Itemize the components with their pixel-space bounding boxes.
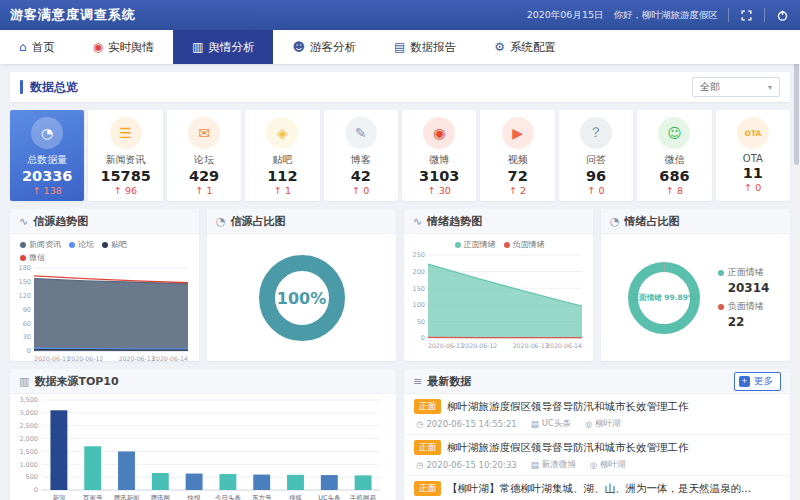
header-date: 2020年06月15日 xyxy=(527,9,604,22)
svg-text:快报: 快报 xyxy=(187,494,202,500)
divider xyxy=(764,8,765,22)
stat-label: 论坛 xyxy=(167,153,241,167)
stat-card-ota[interactable]: OTAOTA11↑ 0 xyxy=(716,110,790,201)
stat-card-video[interactable]: ▶视频72↑ 2 xyxy=(480,110,554,201)
panel-title: 情绪趋势图 xyxy=(427,214,482,229)
legend-item: 论坛 xyxy=(69,239,94,250)
news-meta-text: UC头条 xyxy=(542,418,571,430)
svg-text:2020-06-13: 2020-06-13 xyxy=(119,355,155,361)
sentiment-badge: 正面 xyxy=(414,481,441,496)
news-item-top: 正面柳叶湖旅游度假区领导督导防汛和城市长效管理工作 xyxy=(414,440,780,455)
news-title[interactable]: 【柳叶湖】常德柳叶湖集城、湖、山、洲为一体，是天然温泉的... xyxy=(447,482,751,496)
legend-dot xyxy=(455,242,461,248)
source-icon: ▤ xyxy=(531,419,539,429)
stat-label: 视频 xyxy=(480,153,554,167)
news-list-item[interactable]: 正面柳叶湖旅游度假区领导督导防汛和城市长效管理工作◷2020-06-15 14:… xyxy=(404,394,790,435)
nav-item-realtime-sentiment[interactable]: ◉实时舆情 xyxy=(74,30,173,64)
stat-card-wechat[interactable]: ☺微信686↑ 8 xyxy=(637,110,711,201)
news-icon: ☰ xyxy=(110,117,142,149)
panel-header: ∿ 情绪趋势图 xyxy=(404,209,593,234)
news-item-top: 正面柳叶湖旅游度假区领导督导防汛和城市长效管理工作 xyxy=(414,399,780,414)
stat-delta: ↑ 96 xyxy=(88,185,162,196)
panel-header: ≡ 最新数据 + 更多 xyxy=(404,369,790,394)
location-icon: ◎ xyxy=(585,419,592,429)
news-meta-text: 2020-06-15 10:20:33 xyxy=(426,460,516,470)
pie-chart-icon: ◔ xyxy=(216,215,226,228)
nav-label: 系统配置 xyxy=(510,40,556,55)
more-label: 更多 xyxy=(754,375,773,388)
news-meta-piece: ▤新浪微博 xyxy=(531,459,576,471)
svg-text:200: 200 xyxy=(413,268,425,276)
nav-item-home[interactable]: ⌂首页 xyxy=(0,30,74,64)
emotion-pie-chart: 正面情绪 99.89% 正面情绪20314负面情绪22 xyxy=(601,234,790,361)
nav-item-visitor-analysis[interactable]: ☻游客分析 xyxy=(273,30,375,64)
sentiment-badge: 正面 xyxy=(414,440,441,455)
pie-legend-name: 正面情绪 xyxy=(718,266,770,279)
pie-legend-label: 正面情绪 xyxy=(728,266,764,279)
stat-card-forum[interactable]: ✉论坛429↑ 1 xyxy=(167,110,241,201)
nav-item-sentiment-analysis[interactable]: ▥舆情分析 xyxy=(173,30,273,64)
wechat-icon: ☺ xyxy=(658,117,690,149)
stat-delta: ↑ 1 xyxy=(245,185,319,196)
section-title: 数据总览 xyxy=(20,79,78,96)
overview-title-text: 数据总览 xyxy=(30,79,78,96)
stat-label: 新闻资讯 xyxy=(88,153,162,167)
nav-item-system-config[interactable]: ⚙系统配置 xyxy=(475,30,575,64)
svg-text:1,000: 1,000 xyxy=(19,461,38,469)
svg-text:UC头条: UC头条 xyxy=(318,494,341,500)
panel-latest-news: ≡ 最新数据 + 更多 正面柳叶湖旅游度假区领导督导防汛和城市长效管理工作◷20… xyxy=(404,369,790,500)
svg-text:60: 60 xyxy=(23,320,31,328)
news-item-top: 正面【柳叶湖】常德柳叶湖集城、湖、山、洲为一体，是天然温泉的... xyxy=(414,481,780,496)
stat-value: 429 xyxy=(167,168,241,184)
svg-text:手机网易: 手机网易 xyxy=(350,494,377,500)
chart-legend: 正面情绪负面情绪 xyxy=(404,234,593,250)
stat-value: 3103 xyxy=(402,168,476,184)
svg-text:0: 0 xyxy=(27,347,31,355)
pie-legend-item: 正面情绪20314 xyxy=(718,266,770,295)
panel-title: 数据来源TOP10 xyxy=(34,374,118,389)
news-title[interactable]: 柳叶湖旅游度假区领导督导防汛和城市长效管理工作 xyxy=(447,441,689,455)
legend-dot xyxy=(504,242,510,248)
news-meta-piece: ◷2020-06-15 10:20:33 xyxy=(416,459,517,471)
stat-card-total-data[interactable]: ◔总数据量20336↑ 138 xyxy=(10,110,84,201)
power-button[interactable] xyxy=(775,8,790,23)
stat-card-news[interactable]: ☰新闻资讯15785↑ 96 xyxy=(88,110,162,201)
stat-card-blog[interactable]: ✎博客42↑ 0 xyxy=(324,110,398,201)
legend-item: 新闻资讯 xyxy=(20,239,61,250)
panel-title: 最新数据 xyxy=(427,374,471,389)
svg-text:2020-06-14: 2020-06-14 xyxy=(152,355,188,361)
panel-title: 信源占比图 xyxy=(231,214,286,229)
fullscreen-button[interactable] xyxy=(739,8,754,23)
clock-icon: ◷ xyxy=(416,419,423,429)
stat-card-tieba[interactable]: ◈贴吧112↑ 1 xyxy=(245,110,319,201)
stat-card-weibo[interactable]: ◉微博3103↑ 30 xyxy=(402,110,476,201)
legend-label: 论坛 xyxy=(78,239,94,250)
stat-value: 112 xyxy=(245,168,319,184)
nav-item-data-report[interactable]: ▤数据报告 xyxy=(375,30,475,64)
stat-card-qa[interactable]: ？问答96↑ 0 xyxy=(559,110,633,201)
panel-title: 信源趋势图 xyxy=(33,214,88,229)
legend-label: 贴吧 xyxy=(111,239,127,250)
panel-header: ◔ 信源占比图 xyxy=(207,209,396,234)
news-title[interactable]: 柳叶湖旅游度假区领导督导防汛和城市长效管理工作 xyxy=(447,400,689,414)
nav-label: 实时舆情 xyxy=(108,40,154,55)
scrollbar[interactable] xyxy=(793,30,800,500)
filter-select[interactable]: 全部 ▾ xyxy=(692,77,780,97)
news-list: 正面柳叶湖旅游度假区领导督导防汛和城市长效管理工作◷2020-06-15 14:… xyxy=(404,394,790,500)
scrollbar-thumb[interactable] xyxy=(794,60,799,165)
panel-emotion-pie: ◔ 情绪占比图 正面情绪 99.89% 正面情绪20314负面情绪22 xyxy=(601,209,790,361)
plus-icon: + xyxy=(739,376,750,387)
system-config-icon: ⚙ xyxy=(494,40,505,54)
stats-row: ◔总数据量20336↑ 138☰新闻资讯15785↑ 96✉论坛429↑ 1◈贴… xyxy=(10,110,790,201)
legend-dot xyxy=(102,242,108,248)
svg-text:2020-06-11: 2020-06-11 xyxy=(34,355,70,361)
stat-value: 96 xyxy=(559,168,633,184)
more-button[interactable]: + 更多 xyxy=(734,372,781,391)
charts-row: ∿ 信源趋势图 新闻资讯论坛贴吧微信 03060901201501802020-… xyxy=(10,209,790,361)
blog-icon: ✎ xyxy=(345,117,377,149)
news-list-item[interactable]: 正面柳叶湖旅游度假区领导督导防汛和城市长效管理工作◷2020-06-15 10:… xyxy=(404,435,790,476)
home-icon: ⌂ xyxy=(19,40,27,54)
sentiment-badge: 正面 xyxy=(414,399,441,414)
svg-text:150: 150 xyxy=(19,278,31,286)
news-list-item[interactable]: 正面【柳叶湖】常德柳叶湖集城、湖、山、洲为一体，是天然温泉的...◷2020-0… xyxy=(404,476,790,500)
